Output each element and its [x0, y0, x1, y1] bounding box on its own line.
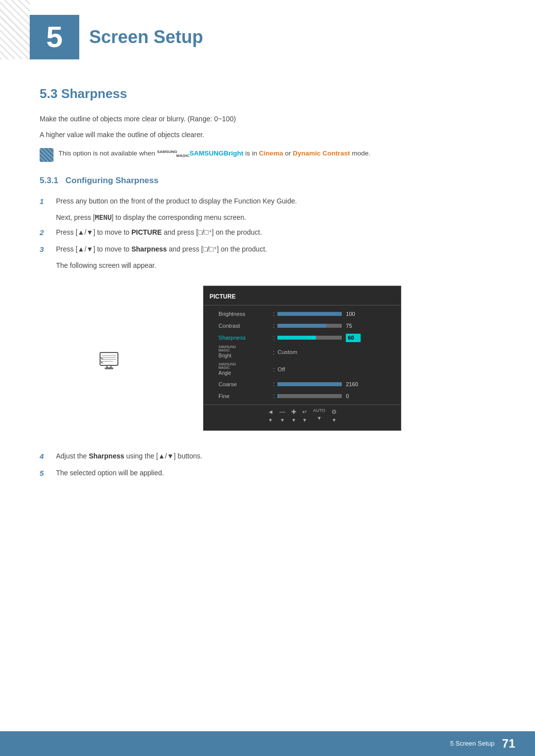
menu-bar-contrast: [277, 324, 342, 328]
nav-btn-settings: ⚙▼: [331, 407, 337, 424]
menu-item-fine: Fine : 0: [204, 390, 401, 402]
nav-btn-plus: ✚▼: [291, 407, 296, 424]
step-1-indent: Next, press [MENU] to display the corres…: [56, 212, 495, 223]
subsection-heading: 5.3.1 Configuring Sharpness: [40, 174, 495, 187]
step-3-text: Press [▲/▼] to move to Sharpness and pre…: [56, 244, 495, 254]
menu-label-coarse: Coarse: [218, 380, 273, 389]
screen-preview: PICTURE Brightness : 100 Contrast: [203, 286, 401, 431]
menu-bar-fine: [277, 394, 342, 398]
screen-wrapper: PICTURE Brightness : 100 Contrast: [99, 278, 495, 441]
note-icon: [40, 148, 54, 162]
menu-label-contrast: Contrast: [218, 322, 273, 330]
nav-btn-auto: AUTO▼: [313, 407, 325, 424]
note-box: This option is not available when SAMSUN…: [40, 148, 495, 162]
menu-label-magic-angle: SAMSUNGMAGIC Angle: [218, 362, 273, 377]
menu-item-coarse: Coarse : 2160: [204, 378, 401, 390]
top-decoration: [0, 0, 30, 59]
step-2: 2 Press [▲/▼] to move to PICTURE and pre…: [40, 227, 495, 239]
step-5: 5 The selected option will be applied.: [40, 467, 495, 479]
step-3: 3 Press [▲/▼] to move to Sharpness and p…: [40, 244, 495, 255]
menu-item-magic-bright: SAMSUNGMAGIC Bright : Custom: [204, 344, 401, 361]
section-heading: 5.3 Sharpness: [40, 84, 495, 103]
menu-item-sharpness: Sharpness : 60: [204, 332, 401, 344]
chapter-header: 5 Screen Setup: [0, 0, 535, 69]
menu-item-brightness: Brightness : 100: [204, 308, 401, 320]
step-4-number: 4: [40, 451, 52, 462]
footer-page-number: 71: [502, 735, 515, 753]
step-4-text: Adjust the Sharpness using the [▲/▼] but…: [56, 451, 495, 461]
step-2-text: Press [▲/▼] to move to PICTURE and press…: [56, 227, 495, 238]
menu-value-magic-angle: Off: [277, 365, 285, 374]
menu-nav-bar: ◄▼ —▼ ✚▼ ↵▼ AUTO▼ ⚙▼: [204, 404, 401, 426]
menu-label-magic-bright: SAMSUNGMAGIC Bright: [218, 345, 273, 359]
nav-btn-back: ◄▼: [268, 407, 273, 424]
page-content: 5.3 Sharpness Make the outline of object…: [0, 84, 535, 479]
description-2: A higher value will make the outline of …: [40, 129, 495, 140]
section-number: 5.3: [40, 86, 57, 101]
footer-section-label: 5 Screen Setup: [450, 739, 495, 749]
menu-value-coarse: 2160: [346, 380, 361, 389]
nav-btn-minus: —▼: [279, 407, 285, 424]
menu-item-contrast: Contrast : 75: [204, 320, 401, 332]
menu-item-magic-angle: SAMSUNGMAGIC Angle : Off: [204, 361, 401, 378]
menu-value-magic-bright: Custom: [277, 348, 297, 356]
description-1: Make the outline of objects more clear o…: [40, 113, 495, 124]
step-3-number: 3: [40, 244, 52, 255]
section-title-text: Sharpness: [61, 86, 127, 101]
step-2-number: 2: [40, 227, 52, 239]
step-5-text: The selected option will be applied.: [56, 467, 495, 478]
step-1-text: Press any button on the front of the pro…: [56, 196, 495, 206]
step-3-indent: The following screen will appear.: [56, 260, 495, 271]
step-1: 1 Press any button on the front of the p…: [40, 196, 495, 207]
menu-bar-brightness: [277, 312, 342, 316]
menu-value-fine: 0: [346, 392, 361, 401]
menu-label-sharpness: Sharpness: [218, 334, 273, 342]
chapter-number: 5: [30, 15, 79, 59]
menu-label-brightness: Brightness: [218, 310, 273, 318]
menu-label-fine: Fine: [218, 392, 273, 401]
nav-btn-enter: ↵▼: [302, 407, 307, 424]
menu-items-list: Brightness : 100 Contrast :: [204, 308, 401, 402]
step-1-number: 1: [40, 196, 52, 207]
subsection-title-text: Configuring Sharpness: [65, 176, 159, 185]
menu-value-sharpness: 60: [346, 334, 361, 342]
note-text: This option is not available when SAMSUN…: [58, 148, 371, 159]
menu-value-brightness: 100: [346, 310, 361, 318]
menu-bar-sharpness: [277, 336, 342, 340]
menu-bar-coarse: [277, 382, 342, 386]
step-5-number: 5: [40, 467, 52, 479]
menu-value-contrast: 75: [346, 322, 361, 330]
step-4: 4 Adjust the Sharpness using the [▲/▼] b…: [40, 451, 495, 462]
chapter-title: Screen Setup: [89, 24, 203, 50]
page-footer: 5 Screen Setup 71: [0, 731, 535, 756]
subsection-number: 5.3.1: [40, 176, 58, 185]
monitor-icon: [99, 351, 119, 374]
menu-title: PICTURE: [204, 292, 401, 305]
